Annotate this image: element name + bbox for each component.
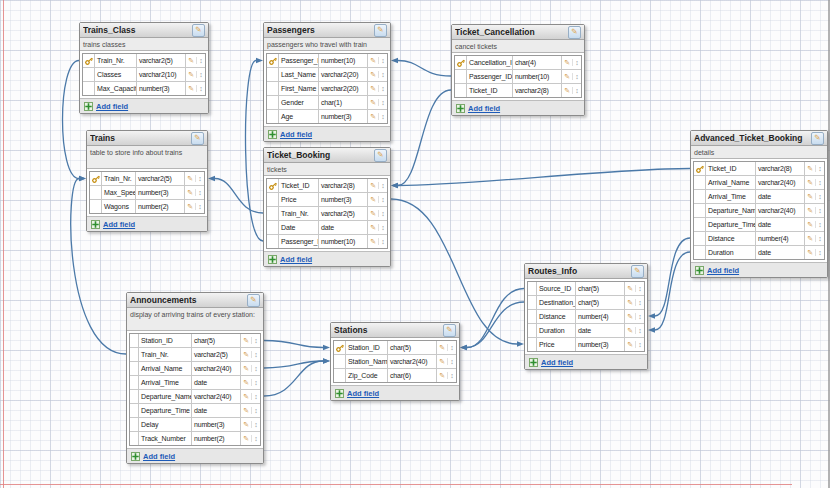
edit-field-pencil-icon[interactable]: ✎ [243, 421, 249, 428]
edit-field-pencil-icon[interactable]: ✎ [564, 59, 570, 66]
add-field-link[interactable]: Add field [468, 104, 500, 113]
edit-field-pencil-icon[interactable]: ✎ [370, 182, 376, 189]
reorder-field-updown-icon[interactable]: ↕ [635, 341, 642, 348]
edit-field-pencil-icon[interactable]: ✎ [243, 407, 249, 414]
table-header[interactable]: Stations ✎ [331, 323, 459, 338]
table-edit-pencil-icon[interactable]: ✎ [192, 24, 205, 37]
reorder-field-updown-icon[interactable]: ↕ [815, 235, 822, 242]
reorder-field-updown-icon[interactable]: ↕ [378, 99, 385, 106]
add-field-link[interactable]: Add field [143, 452, 175, 461]
reorder-field-updown-icon[interactable]: ↕ [251, 407, 258, 414]
reorder-field-updown-icon[interactable]: ↕ [635, 299, 642, 306]
reorder-field-updown-icon[interactable]: ↕ [378, 71, 385, 78]
add-field-link[interactable]: Add field [96, 102, 128, 111]
edit-field-pencil-icon[interactable]: ✎ [807, 165, 813, 172]
edit-field-pencil-icon[interactable]: ✎ [243, 365, 249, 372]
table-edit-pencil-icon[interactable]: ✎ [374, 149, 387, 162]
table-edit-pencil-icon[interactable]: ✎ [811, 132, 824, 145]
add-field-link[interactable]: Add field [347, 389, 379, 398]
edit-field-pencil-icon[interactable]: ✎ [627, 285, 633, 292]
table-edit-pencil-icon[interactable]: ✎ [247, 294, 260, 307]
reorder-field-updown-icon[interactable]: ↕ [251, 393, 258, 400]
add-field-row[interactable]: Add field [452, 100, 584, 115]
field-row-distance[interactable]: Distance number(4) ✎ ↕ [694, 231, 824, 245]
reorder-field-updown-icon[interactable]: ↕ [572, 87, 579, 94]
reorder-field-updown-icon[interactable]: ↕ [572, 73, 579, 80]
db-table-trains[interactable]: Trains ✎ table to store info about train… [86, 130, 208, 232]
edit-field-pencil-icon[interactable]: ✎ [188, 71, 194, 78]
reorder-field-updown-icon[interactable]: ↕ [635, 313, 642, 320]
reorder-field-updown-icon[interactable]: ↕ [447, 372, 454, 379]
reorder-field-updown-icon[interactable]: ↕ [572, 59, 579, 66]
edit-field-pencil-icon[interactable]: ✎ [807, 207, 813, 214]
reorder-field-updown-icon[interactable]: ↕ [815, 221, 822, 228]
field-row-classes[interactable]: Classes varchar2(10) ✎ ↕ [83, 67, 205, 81]
table-header[interactable]: Trains_Class ✎ [80, 23, 208, 38]
field-row-zip-code[interactable]: Zip_Code char(6) ✎ ↕ [334, 368, 456, 382]
field-row-track-number[interactable]: Track_Number number(2) ✎ ↕ [130, 431, 260, 445]
add-field-row[interactable]: Add field [691, 262, 827, 277]
table-header[interactable]: Advanced_Ticket_Booking ✎ [691, 131, 827, 146]
table-edit-pencil-icon[interactable]: ✎ [191, 132, 204, 145]
table-edit-pencil-icon[interactable]: ✎ [568, 26, 581, 39]
edit-field-pencil-icon[interactable]: ✎ [627, 299, 633, 306]
edit-field-pencil-icon[interactable]: ✎ [627, 313, 633, 320]
field-row-station-id[interactable]: Station_ID char(5) ✎ ↕ [334, 341, 456, 354]
reorder-field-updown-icon[interactable]: ↕ [251, 435, 258, 442]
edit-field-pencil-icon[interactable]: ✎ [370, 196, 376, 203]
field-row-train-nr[interactable]: Train_Nr. varchar2(5) ✎ ↕ [267, 206, 387, 220]
edit-field-pencil-icon[interactable]: ✎ [807, 179, 813, 186]
edit-field-pencil-icon[interactable]: ✎ [370, 85, 376, 92]
reorder-field-updown-icon[interactable]: ↕ [195, 189, 202, 196]
add-field-row[interactable]: Add field [264, 126, 390, 141]
reorder-field-updown-icon[interactable]: ↕ [378, 210, 385, 217]
field-row-first-name[interactable]: First_Name varchar2(20) ✎ ↕ [267, 81, 387, 95]
field-row-passenger-id[interactable]: Passenger_ID number(10) ✎ ↕ [267, 234, 387, 248]
reorder-field-updown-icon[interactable]: ↕ [815, 207, 822, 214]
field-row-departure-name[interactable]: Departure_Name varchar2(40) ✎ ↕ [130, 389, 260, 403]
edit-field-pencil-icon[interactable]: ✎ [807, 235, 813, 242]
reorder-field-updown-icon[interactable]: ↕ [378, 113, 385, 120]
edit-field-pencil-icon[interactable]: ✎ [243, 379, 249, 386]
add-field-link[interactable]: Add field [280, 255, 312, 264]
edit-field-pencil-icon[interactable]: ✎ [370, 57, 376, 64]
reorder-field-updown-icon[interactable]: ↕ [251, 337, 258, 344]
reorder-field-updown-icon[interactable]: ↕ [195, 203, 202, 210]
db-table-trains-class[interactable]: Trains_Class ✎ trains classes Train_Nr. … [79, 22, 209, 114]
edit-field-pencil-icon[interactable]: ✎ [627, 341, 633, 348]
reorder-field-updown-icon[interactable]: ↕ [251, 351, 258, 358]
db-table-stations[interactable]: Stations ✎ Station_ID char(5) ✎ ↕ Statio… [330, 322, 460, 401]
add-field-row[interactable]: Add field [80, 98, 208, 113]
diagram-canvas[interactable]: Trains_Class ✎ trains classes Train_Nr. … [0, 0, 830, 488]
field-row-ticket-id[interactable]: Ticket_ID varchar2(8) ✎ ↕ [455, 83, 581, 97]
field-row-destination-id[interactable]: Destination_ID char(5) ✎ ↕ [528, 295, 644, 309]
reorder-field-updown-icon[interactable]: ↕ [815, 249, 822, 256]
add-field-row[interactable]: Add field [331, 385, 459, 400]
field-row-wagons[interactable]: Wagons number(2) ✎ ↕ [90, 199, 204, 213]
field-row-age[interactable]: Age number(3) ✎ ↕ [267, 109, 387, 123]
field-row-station-id[interactable]: Station_ID char(5) ✎ ↕ [130, 334, 260, 347]
reorder-field-updown-icon[interactable]: ↕ [195, 175, 202, 182]
field-row-arrival-time[interactable]: Arrival_Time date ✎ ↕ [130, 375, 260, 389]
edit-field-pencil-icon[interactable]: ✎ [187, 175, 193, 182]
edit-field-pencil-icon[interactable]: ✎ [627, 327, 633, 334]
edit-field-pencil-icon[interactable]: ✎ [564, 73, 570, 80]
reorder-field-updown-icon[interactable]: ↕ [378, 85, 385, 92]
field-row-train-nr[interactable]: Train_Nr. varchar2(5) ✎ ↕ [130, 347, 260, 361]
field-row-train-nr[interactable]: Train_Nr. varchar2(5) ✎ ↕ [90, 172, 204, 185]
field-row-station-name[interactable]: Station_Name varchar2(40) ✎ ↕ [334, 354, 456, 368]
edit-field-pencil-icon[interactable]: ✎ [370, 210, 376, 217]
field-row-duration[interactable]: Duration date ✎ ↕ [694, 245, 824, 259]
field-row-date[interactable]: Date date ✎ ↕ [267, 220, 387, 234]
edit-field-pencil-icon[interactable]: ✎ [370, 224, 376, 231]
field-row-ticket-id[interactable]: Ticket_ID varchar2(8) ✎ ↕ [267, 179, 387, 192]
table-header[interactable]: Trains ✎ [87, 131, 207, 146]
reorder-field-updown-icon[interactable]: ↕ [635, 327, 642, 334]
reorder-field-updown-icon[interactable]: ↕ [378, 224, 385, 231]
table-header[interactable]: Passengers ✎ [264, 23, 390, 38]
reorder-field-updown-icon[interactable]: ↕ [378, 57, 385, 64]
edit-field-pencil-icon[interactable]: ✎ [243, 351, 249, 358]
reorder-field-updown-icon[interactable]: ↕ [251, 379, 258, 386]
field-row-gender[interactable]: Gender char(1) ✎ ↕ [267, 95, 387, 109]
db-table-routes-info[interactable]: Routes_Info ✎ Source_ID char(5) ✎ ↕ Dest… [524, 263, 648, 370]
